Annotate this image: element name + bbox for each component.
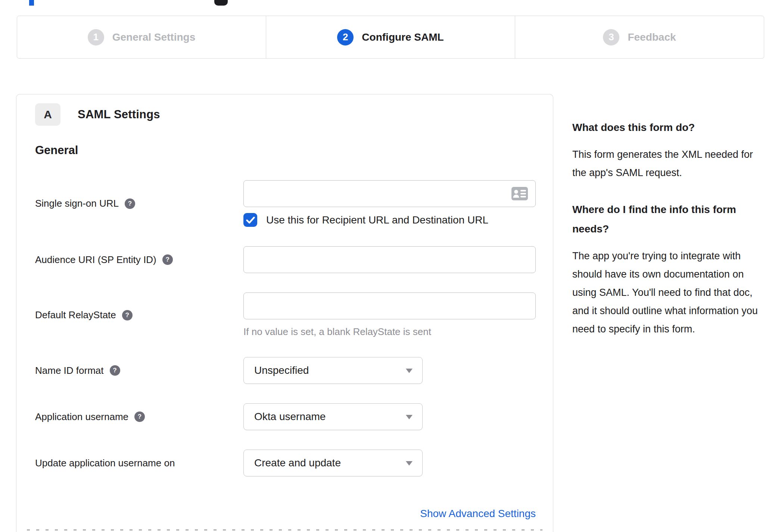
step-1-badge: 1 (88, 29, 104, 46)
section-header: A SAML Settings (35, 103, 534, 126)
section-a-badge: A (35, 103, 60, 126)
sidebar-heading-where: Where do I find the info this form needs… (572, 200, 760, 239)
field-row-single-sign-on-url: Single sign-on URL ? (35, 180, 534, 227)
single-sign-on-url-input-wrap (243, 180, 536, 207)
step-feedback[interactable]: 3 Feedback (515, 16, 764, 58)
step-3-label: Feedback (628, 31, 676, 43)
field-label-wrap: Single sign-on URL ? (35, 180, 243, 227)
name-id-format-label: Name ID format (35, 365, 104, 376)
sidebar-paragraph-what: This form generates the XML needed for t… (572, 145, 760, 182)
application-username-label: Application username (35, 411, 128, 423)
update-application-username-value: Create and update (254, 457, 341, 469)
recipient-url-checkbox[interactable] (243, 213, 257, 227)
help-icon[interactable]: ? (110, 365, 120, 376)
step-general-settings[interactable]: 1 General Settings (17, 16, 266, 58)
field-row-application-username: Application username ? Okta username (35, 403, 534, 430)
application-username-value: Okta username (254, 411, 326, 423)
page-title-fragment-dark (214, 0, 228, 6)
field-label-wrap: Application username ? (35, 403, 243, 430)
field-control-wrap: Create and update (243, 450, 534, 476)
help-sidebar: What does this form do? This form genera… (572, 118, 760, 338)
chevron-down-icon (406, 369, 413, 373)
relaystate-hint: If no value is set, a blank RelayState i… (243, 326, 536, 338)
contact-card-icon[interactable] (511, 187, 528, 202)
field-control-wrap (243, 246, 536, 273)
field-row-audience-uri: Audience URI (SP Entity ID) ? (35, 246, 534, 273)
panel-bottom-dashed-divider (27, 529, 542, 531)
recipient-url-checkbox-label: Use this for Recipient URL and Destinati… (266, 214, 488, 226)
step-1-label: General Settings (112, 31, 196, 43)
default-relaystate-input[interactable] (243, 292, 536, 319)
chevron-down-icon (406, 461, 413, 466)
help-icon[interactable]: ? (122, 310, 133, 320)
wizard-stepper: 1 General Settings 2 Configure SAML 3 Fe… (17, 16, 764, 59)
single-sign-on-url-label: Single sign-on URL (35, 198, 119, 209)
step-3-badge: 3 (603, 29, 619, 46)
step-2-label: Configure SAML (362, 31, 444, 43)
application-username-select[interactable]: Okta username (243, 403, 423, 430)
field-label-wrap: Audience URI (SP Entity ID) ? (35, 246, 243, 273)
default-relaystate-label: Default RelayState (35, 309, 116, 321)
step-configure-saml[interactable]: 2 Configure SAML (266, 16, 515, 58)
section-title: SAML Settings (78, 108, 160, 121)
sidebar-heading-what: What does this form do? (572, 118, 760, 137)
field-row-name-id-format: Name ID format ? Unspecified (35, 357, 534, 384)
audience-uri-label: Audience URI (SP Entity ID) (35, 254, 156, 266)
name-id-format-value: Unspecified (254, 364, 309, 376)
help-icon[interactable]: ? (134, 411, 145, 422)
update-application-username-select[interactable]: Create and update (243, 450, 423, 476)
single-sign-on-url-input[interactable] (243, 180, 536, 207)
show-advanced-settings-link[interactable]: Show Advanced Settings (420, 508, 536, 519)
field-label-wrap: Default RelayState ? (35, 292, 243, 338)
audience-uri-input[interactable] (243, 246, 536, 273)
step-2-badge: 2 (337, 29, 354, 46)
recipient-url-checkbox-row: Use this for Recipient URL and Destinati… (243, 213, 536, 227)
field-control-wrap: Unspecified (243, 357, 534, 384)
page-title-fragment-blue (29, 0, 34, 6)
name-id-format-select[interactable]: Unspecified (243, 357, 423, 384)
sidebar-paragraph-where: The app you're trying to integrate with … (572, 247, 760, 338)
field-row-default-relaystate: Default RelayState ? If no value is set,… (35, 292, 534, 338)
saml-settings-panel: A SAML Settings General Single sign-on U… (16, 94, 553, 532)
saml-form: Single sign-on URL ? (35, 180, 534, 520)
general-group-title: General (35, 144, 534, 157)
field-row-update-application-username: Update application username on Create an… (35, 450, 534, 476)
chevron-down-icon (406, 415, 413, 419)
field-label-wrap: Update application username on (35, 450, 243, 476)
update-application-username-label: Update application username on (35, 457, 175, 469)
help-icon[interactable]: ? (162, 254, 173, 265)
field-control-wrap: If no value is set, a blank RelayState i… (243, 292, 536, 338)
field-control-wrap: Use this for Recipient URL and Destinati… (243, 180, 536, 227)
field-control-wrap: Okta username (243, 403, 534, 430)
field-label-wrap: Name ID format ? (35, 357, 243, 384)
help-icon[interactable]: ? (125, 198, 135, 209)
advanced-settings-row: Show Advanced Settings (35, 508, 536, 520)
